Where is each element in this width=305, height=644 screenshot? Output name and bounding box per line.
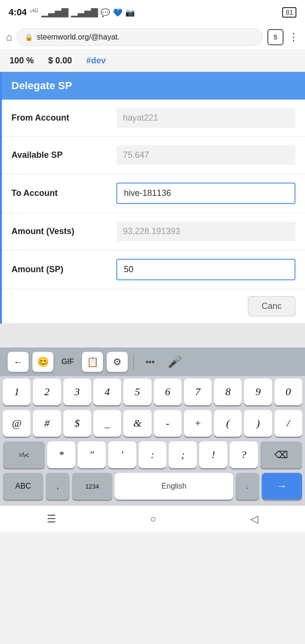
signal-bars2: ▁▃▅▇ — [71, 7, 98, 18]
keyboard: ← 😊 GIF 📋 ⚙ ••• 🎤 1 2 3 4 5 6 7 8 9 0 @ … — [0, 348, 305, 505]
key-at[interactable]: @ — [3, 410, 30, 437]
key-enter[interactable]: → — [262, 473, 302, 500]
key-question[interactable]: ? — [230, 441, 258, 468]
signal-bars: ▁▃▅▇ — [41, 7, 68, 18]
key-asterisk[interactable]: * — [47, 441, 75, 468]
status-time: 4:04 — [9, 7, 27, 18]
browser-bar: ⌂ 🔒 steemworld.org/@hayat. 5 ⋮ — [0, 25, 305, 50]
signal-indicator: °4G — [30, 8, 39, 16]
browser-menu-button[interactable]: ⋮ — [288, 31, 299, 43]
key-5[interactable]: 5 — [123, 378, 151, 405]
top-info-bar: 100 % $ 0.00 #dev — [0, 50, 305, 72]
key-1[interactable]: 1 — [3, 378, 30, 405]
app-icon: 📷 — [125, 8, 135, 17]
delegate-header: Delegate SP — [2, 72, 305, 100]
key-abc[interactable]: ABC — [3, 473, 43, 500]
available-sp-input[interactable] — [116, 145, 295, 165]
back-key[interactable]: ← — [8, 352, 29, 372]
key-colon[interactable]: : — [139, 441, 167, 468]
key-numbers[interactable]: 12 34 — [72, 473, 112, 500]
key-symbols-switch[interactable]: =\< — [3, 441, 45, 468]
lock-icon: 🔒 — [25, 33, 33, 41]
settings-button[interactable]: ⚙ — [107, 352, 128, 372]
delegate-title: Delegate SP — [11, 80, 72, 92]
power-percent: 100 % — [10, 56, 34, 66]
cancel-button[interactable]: Canc — [248, 296, 295, 317]
bottom-row: ABC , 12 34 English . → — [0, 470, 305, 505]
key-close-paren[interactable]: ) — [244, 410, 272, 437]
toolbar-divider — [133, 353, 134, 370]
form-buttons-row: Canc — [2, 289, 305, 324]
key-plus[interactable]: + — [184, 410, 212, 437]
nav-menu-icon[interactable]: ☰ — [47, 513, 56, 525]
status-bar: 4:04 °4G ▁▃▅▇ ▁▃▅▇ 💬 💙 📷 81 — [0, 0, 305, 25]
key-9[interactable]: 9 — [244, 378, 272, 405]
dev-tag[interactable]: #dev — [86, 56, 106, 66]
to-account-label: To Account — [11, 188, 116, 198]
more-button[interactable]: ••• — [140, 352, 161, 372]
from-account-row: From Account — [2, 100, 305, 137]
url-bar[interactable]: 🔒 steemworld.org/@hayat. — [17, 29, 263, 46]
key-semicolon[interactable]: ; — [169, 441, 197, 468]
key-dollar[interactable]: $ — [63, 410, 91, 437]
key-7[interactable]: 7 — [184, 378, 212, 405]
gray-divider — [0, 324, 305, 348]
amount-vests-input[interactable] — [116, 222, 295, 241]
tab-switcher[interactable]: 5 — [267, 29, 284, 45]
key-2[interactable]: 2 — [33, 378, 61, 405]
nav-bar: ☰ ○ ◁ — [0, 505, 305, 532]
key-minus[interactable]: - — [154, 410, 182, 437]
key-open-paren[interactable]: ( — [214, 410, 242, 437]
key-3[interactable]: 3 — [63, 378, 91, 405]
key-period[interactable]: . — [235, 473, 259, 500]
amount-sp-row: Amount (SP) — [2, 250, 305, 289]
key-underscore[interactable]: _ — [93, 410, 121, 437]
key-space[interactable]: English — [115, 473, 233, 500]
clipboard-button[interactable]: 📋 — [82, 352, 103, 372]
key-exclaim[interactable]: ! — [199, 441, 227, 468]
battery-indicator: 81 — [282, 7, 296, 18]
to-account-row: To Account — [2, 174, 305, 213]
amount-sp-input[interactable] — [116, 259, 295, 280]
available-sp-row: Available SP — [2, 137, 305, 174]
key-hash[interactable]: # — [33, 410, 61, 437]
available-sp-label: Available SP — [11, 150, 116, 160]
url-text: steemworld.org/@hayat. — [37, 33, 120, 41]
amount-vests-row: Amount (Vests) — [2, 213, 305, 250]
number-row: 1 2 3 4 5 6 7 8 9 0 — [0, 376, 305, 408]
usd-value: $ 0.00 — [48, 56, 72, 66]
discord-icon: 💬 — [101, 8, 110, 17]
key-6[interactable]: 6 — [154, 378, 182, 405]
key-slash[interactable]: / — [274, 410, 302, 437]
symbol-row-2: =\< * " ' : ; ! ? ⌫ — [0, 439, 305, 470]
from-account-input[interactable] — [116, 108, 295, 128]
key-comma[interactable]: , — [46, 473, 70, 500]
nav-back-icon[interactable]: ◁ — [250, 513, 258, 525]
gif-button[interactable]: GIF — [57, 352, 78, 372]
amount-sp-label: Amount (SP) — [11, 265, 116, 275]
messenger-icon: 💙 — [113, 8, 122, 17]
mic-button[interactable]: 🎤 — [164, 352, 185, 372]
from-account-label: From Account — [11, 113, 116, 123]
delegate-sp-card: Delegate SP From Account Available SP To… — [0, 72, 305, 324]
key-8[interactable]: 8 — [214, 378, 242, 405]
key-0[interactable]: 0 — [274, 378, 302, 405]
key-squote[interactable]: ' — [108, 441, 136, 468]
key-4[interactable]: 4 — [93, 378, 121, 405]
key-dquote[interactable]: " — [78, 441, 106, 468]
symbol-row-1: @ # $ _ & - + ( ) / — [0, 408, 305, 439]
emoji-button[interactable]: 😊 — [32, 352, 53, 372]
keyboard-toolbar: ← 😊 GIF 📋 ⚙ ••• 🎤 — [0, 348, 305, 376]
key-delete[interactable]: ⌫ — [260, 441, 302, 468]
nav-home-icon[interactable]: ○ — [150, 513, 156, 525]
to-account-input[interactable] — [116, 183, 295, 204]
amount-vests-label: Amount (Vests) — [11, 226, 116, 236]
key-ampersand[interactable]: & — [123, 410, 151, 437]
home-button[interactable]: ⌂ — [6, 31, 12, 43]
